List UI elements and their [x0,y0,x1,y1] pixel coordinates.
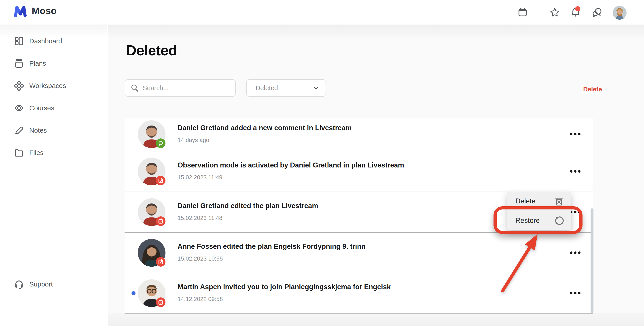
list-item-time: 15.02.2023 11:48 [178,215,318,221]
list-item-text: Observation mode is activated by Daniel … [178,162,404,180]
app: Moso [0,0,644,326]
courses-icon [14,103,24,113]
menu-item-delete[interactable]: Delete [507,191,571,211]
sidebar-item-support[interactable]: Support [0,273,107,295]
plans-icon [14,58,24,68]
more-options-button[interactable] [570,133,580,135]
headset-icon [14,279,24,289]
sidebar-item-label: Support [29,281,53,288]
scrollbar-thumb[interactable] [590,208,594,313]
calendar-badge-icon [156,216,166,226]
list-item-time: 15.02.2023 11:49 [178,174,404,180]
restore-icon [554,215,564,226]
context-menu: Delete Restore [507,191,571,230]
notes-icon [14,126,24,135]
avatar [138,279,166,307]
bottom-strip [108,313,644,326]
calendar-icon[interactable] [518,7,528,17]
brand-name: Moso [32,5,57,16]
avatar [138,158,166,185]
avatar [138,120,166,148]
list-item-title: Daniel Gretland edited the plan Livestre… [178,202,318,209]
list-item-title: Martin Aspen invited you to join Planleg… [178,283,391,290]
list-item-text: Daniel Gretland added a new comment in L… [178,124,352,143]
more-options-button[interactable] [570,170,580,172]
delete-link[interactable]: Delete [583,86,602,93]
filter-dropdown[interactable]: Deleted [246,79,326,97]
calendar-badge-icon [156,298,166,307]
sidebar-nav: Dashboard Plans [0,30,107,164]
calendar-badge-icon [156,176,166,185]
unread-indicator [132,291,136,295]
sidebar-item-files[interactable]: Files [0,142,107,164]
workspaces-icon [14,81,24,91]
sidebar-item-label: Dashboard [29,37,62,45]
top-bar: Moso [0,0,644,25]
app-logo[interactable]: Moso [14,4,57,17]
search-box [125,79,236,97]
star-icon[interactable] [550,7,560,17]
menu-item-restore[interactable]: Restore [507,211,571,230]
more-options-button[interactable] [570,211,580,213]
list-item[interactable]: Observation mode is activated by Daniel … [124,151,593,191]
avatar [138,198,166,226]
dashboard-icon [14,36,24,46]
notification-dot [575,6,580,11]
page-title: Deleted [126,43,177,58]
list-item-text: Anne Fossen edited the plan Engelsk Ford… [178,243,366,261]
trash-x-icon [554,196,564,206]
sidebar-item-label: Plans [29,60,46,67]
sidebar-item-workspaces[interactable]: Workspaces [0,75,107,97]
comment-badge-icon [156,139,166,148]
menu-item-label: Restore [516,217,540,225]
sidebar-item-label: Files [29,149,44,157]
sidebar-item-label: Workspaces [29,82,66,90]
files-icon [14,148,24,158]
main-content: Deleted Deleted Delete [108,25,644,326]
filter-value: Deleted [256,84,278,92]
list-item-time: 15.02.2023 10:55 [178,256,366,261]
sidebar-item-notes[interactable]: Notes [0,119,107,142]
chevron-down-icon [312,85,319,91]
more-options-button[interactable] [570,251,580,254]
list-item-time: 14.12.2022 09:58 [178,296,391,302]
sidebar: Dashboard Plans [0,25,107,326]
sidebar-item-label: Courses [29,104,54,112]
search-input[interactable] [143,84,228,92]
list-item-text: Daniel Gretland edited the plan Livestre… [178,202,318,221]
moso-m-icon [14,4,27,17]
more-options-button[interactable] [570,292,580,294]
calendar-badge-icon [156,257,166,267]
sidebar-item-label: Notes [29,127,47,134]
list-item[interactable]: Daniel Gretland added a new comment in L… [124,118,593,151]
avatar [138,239,166,267]
list-item-time: 14 days ago [178,137,352,143]
sidebar-item-courses[interactable]: Courses [0,97,107,119]
list-item-title: Anne Fossen edited the plan Engelsk Ford… [178,243,366,250]
topbar-divider [538,6,538,18]
chat-icon[interactable] [592,7,602,17]
list-item-title: Observation mode is activated by Daniel … [178,162,404,168]
search-icon [130,84,139,92]
menu-item-label: Delete [516,197,536,205]
user-avatar[interactable] [613,6,626,20]
sidebar-item-dashboard[interactable]: Dashboard [0,30,107,52]
list-item[interactable]: Anne Fossen edited the plan Engelsk Ford… [124,232,593,273]
list-item-title: Daniel Gretland added a new comment in L… [178,124,352,131]
list-item[interactable]: Martin Aspen invited you to join Planleg… [124,273,593,313]
sidebar-item-plans[interactable]: Plans [0,52,107,75]
list-item-text: Martin Aspen invited you to join Planleg… [178,283,391,302]
